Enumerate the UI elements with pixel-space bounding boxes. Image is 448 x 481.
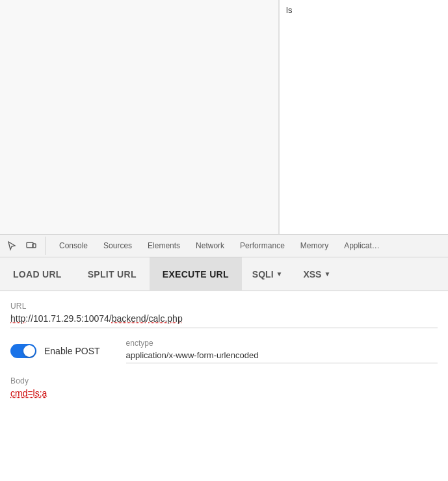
browser-content: ls: [0, 0, 448, 234]
right-pane-text: ls: [286, 5, 292, 15]
url-path-calcphp: calc.php: [149, 313, 183, 324]
tab-console[interactable]: Console: [51, 234, 96, 257]
split-url-button[interactable]: SPLIT URL: [75, 257, 150, 291]
main-toolbar: LOAD URL SPLIT URL EXECUTE URL SQLI ▼ XS…: [0, 257, 448, 291]
tab-application[interactable]: Applicat…: [336, 234, 388, 257]
left-pane: [0, 0, 279, 234]
tab-performance[interactable]: Performance: [232, 234, 293, 257]
form-row: Enable POST enctype application/x-www-fo…: [10, 339, 438, 363]
body-label: Body: [10, 376, 438, 385]
body-value: cmd=ls;a: [10, 388, 438, 398]
sqli-button[interactable]: SQLI ▼: [242, 257, 293, 291]
tab-elements[interactable]: Elements: [140, 234, 188, 257]
sqli-dropdown-icon: ▼: [276, 270, 283, 278]
sqli-label: SQLI: [252, 269, 274, 280]
load-url-button[interactable]: LOAD URL: [0, 257, 75, 291]
enable-post-label: Enable POST: [44, 346, 100, 356]
enctype-label: enctype: [126, 339, 438, 348]
devtools-icons: [3, 237, 46, 255]
url-path-backend: backend: [112, 313, 146, 324]
body-text: cmd=ls;a: [10, 388, 47, 398]
toggle-container: Enable POST: [10, 344, 100, 358]
xss-label: XSS: [303, 269, 321, 280]
devtools-toolbar: Console Sources Elements Network Perform…: [0, 234, 448, 257]
enctype-group: enctype application/x-www-form-urlencode…: [126, 339, 438, 363]
device-icon-btn[interactable]: [22, 237, 40, 255]
toggle-slider: [10, 344, 36, 358]
enable-post-toggle[interactable]: [10, 344, 36, 358]
url-label: URL: [10, 302, 438, 311]
tab-network[interactable]: Network: [188, 234, 232, 257]
execute-url-button[interactable]: EXECUTE URL: [150, 257, 242, 291]
enctype-value: application/x-www-form-urlencoded: [126, 350, 438, 363]
content-area: URL http://101.71.29.5:10074/backend/cal…: [0, 291, 448, 481]
xss-button[interactable]: XSS ▼: [293, 257, 341, 291]
tab-sources[interactable]: Sources: [96, 234, 140, 257]
tab-memory[interactable]: Memory: [293, 234, 336, 257]
url-protocol: http: [10, 313, 25, 324]
body-section: Body cmd=ls;a: [10, 376, 438, 398]
url-value: http://101.71.29.5:10074/backend/calc.ph…: [10, 313, 438, 328]
cursor-icon-btn[interactable]: [3, 237, 21, 255]
url-text: http://101.71.29.5:10074/backend/calc.ph…: [10, 313, 183, 324]
right-pane: ls: [279, 0, 448, 234]
xss-dropdown-icon: ▼: [324, 270, 330, 278]
